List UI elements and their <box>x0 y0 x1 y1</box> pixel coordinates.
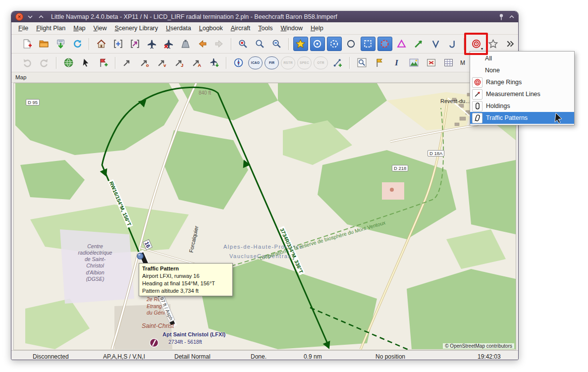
adjust-altitude-button[interactable] <box>207 55 222 70</box>
shade-icon[interactable] <box>509 15 514 19</box>
toolbar-overflow-button[interactable] <box>502 37 517 51</box>
menu-view[interactable]: View <box>90 23 111 33</box>
svg-text:A: A <box>198 62 201 68</box>
traffic-pattern-icon <box>472 113 482 123</box>
userpoint-search-button[interactable] <box>269 37 284 51</box>
show-vor-button[interactable] <box>310 37 325 51</box>
menubar: FileFlight PlanMapViewScenery LibraryUse… <box>11 22 518 35</box>
map-back-button[interactable] <box>195 37 210 51</box>
show-whole-flightplan-button[interactable] <box>61 55 76 70</box>
map-tooltip: Traffic Pattern Airport LFXI, runway 16 … <box>139 263 233 296</box>
airspace-online-button[interactable] <box>330 55 345 70</box>
show-highlights-button[interactable] <box>485 37 500 51</box>
show-ils-button[interactable] <box>344 37 359 51</box>
range-rings-icon <box>472 77 482 88</box>
show-airports-button[interactable] <box>293 37 308 51</box>
show-msa-button[interactable] <box>361 37 375 51</box>
maximize-button[interactable] <box>37 13 45 21</box>
airport-search-button[interactable] <box>236 37 251 51</box>
menu-aircraft[interactable]: Aircraft <box>227 23 255 33</box>
edit-flightplan-on-map-button[interactable] <box>78 55 94 70</box>
titlebar[interactable]: ✕ Little Navmap 2.4.0.beta - XP11 / N - … <box>11 11 518 22</box>
map-forward-button[interactable] <box>212 37 226 51</box>
show-ndb-button[interactable] <box>327 37 342 51</box>
chevron-down-icon <box>28 15 33 19</box>
menu-item-label: All <box>485 55 492 62</box>
show-flight-plan-button[interactable] <box>127 37 142 51</box>
tooltip-line: Airport LFXI, runway 16 <box>142 272 229 280</box>
tooltip-line: Pattern altitude 3,734 ft <box>142 287 229 295</box>
show-logbook-dock-button[interactable] <box>441 55 456 70</box>
airspace-other-button[interactable]: OTR <box>314 56 328 69</box>
user-features-item-traffic-patterns[interactable]: Traffic Patterns <box>470 112 574 124</box>
user-features-item-holdings[interactable]: Holdings <box>470 100 574 112</box>
menu-scenery-library[interactable]: Scenery Library <box>110 23 162 33</box>
show-waypoints-button[interactable] <box>394 37 409 51</box>
toolbar-separator <box>115 57 116 69</box>
user-features-item-range-rings[interactable]: Range Rings <box>470 76 574 88</box>
airspace-fir-button[interactable]: FIR <box>265 56 279 69</box>
toolbar-separator <box>231 38 232 50</box>
reload-scenery-button[interactable] <box>70 37 85 51</box>
user-features-menu-button[interactable]: ▾ <box>469 37 483 51</box>
calculate-direct-button[interactable] <box>120 55 135 70</box>
status-done: Done. <box>251 353 267 360</box>
navaid-search-button[interactable] <box>253 37 267 51</box>
show-victor-airways-button[interactable] <box>428 37 443 51</box>
undo-button[interactable] <box>19 55 35 70</box>
show-compass-button[interactable] <box>231 55 246 70</box>
aircraft-performance-button[interactable] <box>178 37 193 51</box>
hover-point <box>137 253 143 259</box>
show-airspaces-button[interactable] <box>377 37 392 51</box>
calculate-radionav-button[interactable]: o <box>137 55 153 70</box>
menu-map[interactable]: Map <box>69 23 89 33</box>
desktop: ✕ Little Navmap 2.4.0.beta - XP11 / N - … <box>0 0 588 372</box>
airspace-icao-button[interactable]: ICAO <box>248 56 263 69</box>
menu-window[interactable]: Window <box>276 23 306 33</box>
delete-aircraft-trail-button[interactable] <box>161 37 176 51</box>
show-profile-dock-button[interactable] <box>406 55 422 70</box>
menu-userdata[interactable]: Userdata <box>162 23 195 33</box>
map-image <box>14 83 516 350</box>
show-flightplan-dock-button[interactable] <box>372 55 387 70</box>
new-flight-plan-button[interactable] <box>19 37 34 51</box>
save-flight-plan-button[interactable] <box>53 37 68 51</box>
calculate-low-airway-button[interactable]: J <box>172 55 187 70</box>
user-features-menu: AllNoneRange RingsMeasurement LinesHoldi… <box>470 51 575 125</box>
calculate-high-airway-button[interactable]: v <box>155 55 170 70</box>
holding-icon <box>472 101 482 111</box>
goto-home-button[interactable] <box>94 37 108 51</box>
pin-icon[interactable] <box>498 13 504 20</box>
show-information-dock-button[interactable]: I <box>389 55 404 70</box>
menu-item-label: Holdings <box>486 103 510 109</box>
user-features-item-none[interactable]: None <box>470 64 574 76</box>
menu-item-label: None <box>485 67 500 74</box>
center-aircraft-button[interactable] <box>144 37 159 51</box>
add-flightplan-position-button[interactable] <box>96 55 111 70</box>
blank-icon <box>472 66 481 75</box>
calculate-given-altitude-button[interactable]: A <box>189 55 205 70</box>
airport-symbol[interactable] <box>150 339 159 347</box>
minimize-button[interactable] <box>26 13 34 21</box>
show-userdata-dock-button[interactable] <box>424 55 439 70</box>
menu-tools[interactable]: Tools <box>254 23 276 33</box>
map-canvas[interactable]: D 95D 218D 18ARevest-du…840 ftForcalquie… <box>13 83 516 350</box>
center-flight-plan-button[interactable] <box>110 37 125 51</box>
menu-file[interactable]: File <box>14 23 32 33</box>
airspace-restricted-button[interactable]: RSTR <box>281 56 295 69</box>
redo-button[interactable] <box>37 55 52 70</box>
user-features-item-measurement-lines[interactable]: Measurement Lines <box>470 88 574 100</box>
show-tracks-button[interactable] <box>411 37 426 51</box>
menu-help[interactable]: Help <box>307 23 327 33</box>
svg-text:v: v <box>163 62 166 68</box>
menu-flight-plan[interactable]: Flight Plan <box>32 23 69 33</box>
map-dock-header[interactable]: Map <box>11 72 518 83</box>
show-jet-airways-button[interactable] <box>445 37 460 51</box>
open-flight-plan-button[interactable] <box>36 37 51 51</box>
close-button[interactable]: ✕ <box>15 13 23 21</box>
user-features-item-all[interactable]: All <box>470 53 574 64</box>
airspace-special-button[interactable]: SPEC <box>297 56 312 69</box>
menu-logbook[interactable]: Logbook <box>195 23 227 33</box>
map-theme-label[interactable]: M <box>460 59 465 66</box>
show-search-dock-button[interactable] <box>354 55 370 70</box>
